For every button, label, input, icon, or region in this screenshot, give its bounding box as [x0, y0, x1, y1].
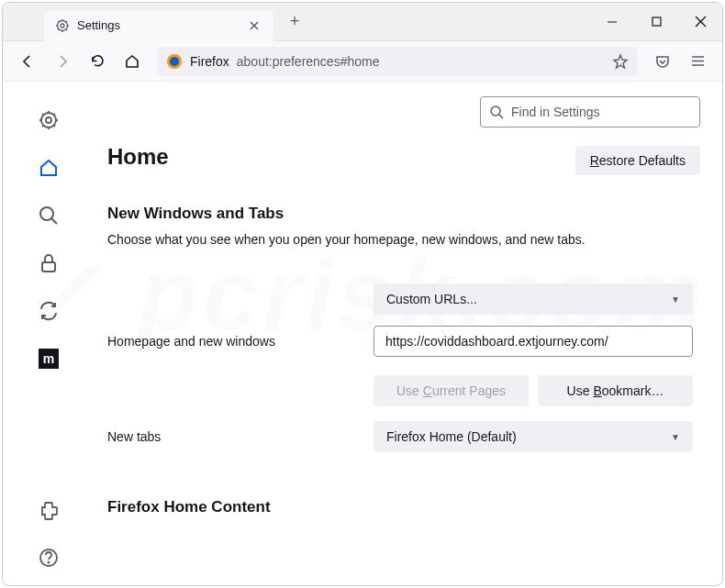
svg-point-35	[48, 561, 49, 562]
forward-button[interactable]	[47, 46, 78, 77]
url-bar[interactable]: Firefox about:preferences#home	[157, 47, 638, 76]
section-newwindows: New Windows and Tabs	[107, 205, 693, 223]
restore-defaults-button[interactable]: Restore Defaults	[575, 146, 700, 175]
minimize-button[interactable]	[590, 3, 634, 41]
firefox-icon	[166, 53, 183, 70]
lock-icon[interactable]	[38, 252, 60, 274]
tab-label: Settings	[77, 18, 120, 32]
homepage-mode-dropdown[interactable]: Custom URLs... ▼	[374, 283, 693, 315]
search-input[interactable]	[511, 105, 690, 119]
gear-icon	[55, 18, 70, 33]
dropdown-value: Custom URLs...	[386, 292, 477, 306]
extensions-icon[interactable]	[38, 499, 60, 521]
chevron-down-icon: ▼	[671, 432, 680, 442]
url-identity: Firefox	[190, 54, 229, 69]
reload-button[interactable]	[82, 46, 113, 77]
url-path: about:preferences#home	[237, 54, 380, 69]
svg-line-37	[499, 115, 503, 118]
homepage-url-input[interactable]	[374, 326, 693, 357]
homepage-label: Homepage and new windows	[107, 334, 374, 349]
section-homecontent: Firefox Home Content	[107, 498, 693, 516]
help-icon[interactable]	[38, 547, 60, 569]
window-controls	[590, 3, 722, 41]
nav-toolbar: Firefox about:preferences#home	[3, 41, 722, 82]
titlebar: Settings +	[3, 3, 722, 41]
svg-point-17	[170, 57, 179, 66]
newtabs-label: New tabs	[107, 429, 374, 444]
svg-point-31	[40, 207, 53, 220]
home-icon[interactable]	[38, 157, 60, 179]
general-icon[interactable]	[38, 109, 60, 131]
settings-sidebar: m	[3, 82, 95, 585]
new-tab-button[interactable]: +	[281, 8, 308, 36]
search-icon	[490, 105, 504, 119]
svg-rect-13	[652, 17, 661, 26]
pocket-button[interactable]	[647, 46, 678, 77]
svg-point-22	[46, 117, 51, 123]
home-button[interactable]	[117, 46, 148, 77]
close-icon[interactable]	[246, 17, 262, 34]
use-current-pages-button[interactable]: Use Current Pages	[374, 375, 529, 406]
dropdown-value: Firefox Home (Default)	[386, 429, 517, 444]
find-settings-box[interactable]	[480, 96, 700, 128]
close-window-button[interactable]	[678, 3, 722, 41]
back-button[interactable]	[12, 46, 43, 77]
bookmark-star-icon[interactable]	[612, 53, 629, 70]
section-desc: Choose what you see when you open your h…	[107, 232, 693, 247]
browser-tab[interactable]: Settings	[44, 10, 273, 41]
menu-button[interactable]	[682, 46, 713, 77]
sync-icon[interactable]	[38, 300, 60, 322]
maximize-button[interactable]	[634, 3, 678, 41]
svg-point-36	[491, 106, 500, 116]
svg-line-32	[51, 218, 57, 224]
newtabs-dropdown[interactable]: Firefox Home (Default) ▼	[374, 421, 693, 452]
search-icon[interactable]	[38, 205, 60, 227]
mozilla-icon[interactable]: m	[38, 348, 60, 370]
use-bookmark-button[interactable]: Use Bookmark…	[538, 375, 693, 406]
svg-point-1	[61, 24, 64, 28]
chevron-down-icon: ▼	[671, 294, 680, 305]
svg-rect-33	[42, 262, 55, 272]
settings-content: Home Restore Defaults New Windows and Ta…	[95, 82, 722, 585]
